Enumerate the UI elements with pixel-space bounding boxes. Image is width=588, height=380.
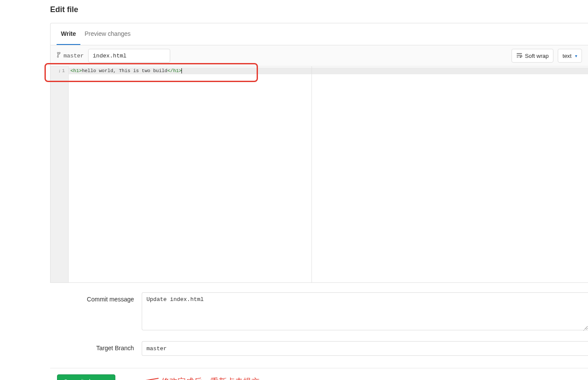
code-token-text: hello world, This is two build — [82, 68, 167, 73]
page-title: Edit file — [50, 5, 588, 14]
filename-input[interactable] — [88, 49, 170, 63]
target-branch-row: Target Branch — [50, 341, 588, 356]
gutter-row: i 1 — [51, 67, 68, 74]
text-cursor — [181, 68, 182, 73]
annotation-text: 修改完成后，重新点击提交 — [161, 376, 260, 380]
line-number: 1 — [62, 68, 65, 73]
code-token-tag-close: </h1> — [167, 68, 181, 73]
branch-icon — [57, 52, 61, 60]
line-gutter: i 1 — [51, 66, 69, 282]
commit-changes-button[interactable]: Commit changes — [57, 374, 115, 380]
resize-grip-icon[interactable]: ⋰ — [583, 326, 587, 331]
branch-indicator: master — [57, 52, 84, 60]
commit-message-row: Commit message Update index.html ⋰ — [50, 292, 588, 332]
commit-bar: Commit changes 修改完成后，重新点击提交 CX 创新互联 CHUA… — [50, 368, 588, 380]
info-icon: i — [59, 68, 60, 73]
tab-write[interactable]: Write — [57, 23, 80, 45]
svg-line-0 — [127, 378, 159, 380]
code-line[interactable]: <h1>hello world, This is two build</h1> — [69, 67, 588, 74]
soft-wrap-label: Soft wrap — [525, 53, 549, 59]
editor-panel: Write Preview changes master Soft wrap t… — [50, 23, 588, 283]
tab-preview-changes[interactable]: Preview changes — [80, 23, 135, 45]
code-lines[interactable]: <h1>hello world, This is two build</h1> — [69, 66, 588, 282]
arrow-left-icon — [123, 376, 159, 380]
target-branch-label: Target Branch — [50, 341, 142, 352]
chevron-down-icon: ▾ — [575, 54, 577, 58]
target-branch-input[interactable] — [142, 341, 588, 356]
editor-toolbar: master Soft wrap text ▾ — [51, 45, 588, 66]
syntax-mode-label: text — [563, 53, 572, 59]
wrap-icon — [516, 53, 522, 59]
code-token-tag-open: <h1> — [70, 68, 82, 73]
syntax-mode-dropdown[interactable]: text ▾ — [558, 49, 582, 63]
code-editor[interactable]: i 1 <h1>hello world, This is two build</… — [51, 66, 588, 282]
annotation-callout: 修改完成后，重新点击提交 — [123, 376, 260, 380]
branch-name: master — [64, 53, 84, 59]
editor-tabs: Write Preview changes — [51, 23, 588, 45]
print-margin-line — [311, 66, 312, 282]
soft-wrap-button[interactable]: Soft wrap — [512, 49, 553, 63]
commit-message-label: Commit message — [50, 292, 142, 303]
commit-message-input[interactable]: Update index.html — [142, 292, 588, 330]
